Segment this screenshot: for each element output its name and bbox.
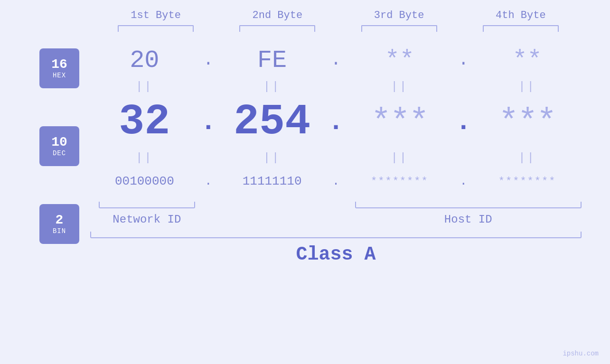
dec-byte1: 32: [90, 101, 199, 143]
byte4-header: 4th Byte: [460, 9, 582, 21]
main-container: 1st Byte 2nd Byte 3rd Byte 4th Byte 16 H…: [0, 0, 610, 364]
hex-byte2: FE: [218, 47, 327, 75]
network-id-label: Network ID: [113, 213, 181, 226]
hex-byte4: **: [473, 47, 582, 75]
equals-4: ||: [473, 80, 582, 93]
dec-byte4-value: ***: [499, 103, 556, 141]
hex-data-row: 20 . FE . ** . **: [90, 41, 582, 79]
badges-column: 16 HEX 10 DEC 2 BIN: [28, 41, 90, 244]
dec-byte3: ***: [346, 103, 454, 141]
bracket-dot-spacer2: [336, 202, 355, 208]
dec-dot2: .: [327, 109, 346, 135]
equals-7: ||: [346, 151, 454, 164]
dec-badge-label: DEC: [53, 149, 66, 157]
host-bracket-wrap: [223, 202, 336, 208]
bottom-labels: Network ID Host ID: [90, 213, 582, 226]
host-bracket-main-wrap: [355, 202, 582, 208]
bin-byte1-value: 00100000: [115, 174, 174, 188]
hex-badge-label: HEX: [53, 72, 66, 79]
host-bracket-left-gap: [273, 202, 285, 208]
hex-byte1-value: 20: [130, 47, 159, 75]
equals-row-2: || || || ||: [90, 150, 582, 165]
hex-badge-number: 16: [51, 57, 67, 72]
bin-badge-number: 2: [56, 213, 64, 228]
bin-byte4: ********: [473, 176, 582, 187]
dec-badge: 10 DEC: [39, 126, 79, 166]
bin-data-row: 00100000 . 11111110 . ******** .: [90, 165, 582, 198]
hex-byte2-value: FE: [257, 47, 287, 75]
bracket-3: [338, 25, 460, 32]
dec-byte4: ***: [473, 103, 582, 141]
equals-row-1: || || || ||: [90, 79, 582, 93]
hex-byte4-value: **: [512, 47, 542, 75]
bin-byte2: 11111110: [218, 174, 327, 188]
main-data-area: 16 HEX 10 DEC 2 BIN 20 .: [28, 41, 582, 265]
class-label-row: Class A: [90, 244, 582, 265]
dec-badge-number: 10: [51, 135, 67, 150]
bin-byte2-value: 11111110: [243, 174, 302, 188]
bin-dot3: .: [454, 174, 473, 188]
bin-dot2: .: [327, 174, 346, 188]
network-id-label-wrap: Network ID: [90, 213, 204, 226]
bin-byte1: 00100000: [90, 174, 199, 188]
bin-byte4-value: ********: [498, 176, 556, 187]
equals-2: ||: [218, 80, 327, 93]
hex-badge: 16 HEX: [39, 48, 79, 88]
hex-dot3: .: [454, 52, 473, 69]
hex-dot2: .: [327, 52, 346, 69]
top-brackets-row: [28, 25, 582, 32]
hex-byte1: 20: [90, 47, 199, 75]
overall-bottom-bracket: [90, 232, 582, 238]
bottom-section: Network ID Host ID Class A: [90, 202, 582, 265]
bracket-4: [460, 25, 582, 32]
byte-headers-row: 1st Byte 2nd Byte 3rd Byte 4th Byte: [28, 9, 582, 21]
bin-badge: 2 BIN: [39, 204, 79, 244]
hex-byte3: **: [346, 47, 454, 75]
dec-dot1: .: [199, 109, 218, 135]
bracket-2: [216, 25, 338, 32]
dec-data-row: 32 . 254 . *** . ***: [90, 93, 582, 150]
dec-byte1-value: 32: [119, 98, 170, 146]
host-id-label-wrap: Host ID: [355, 213, 582, 226]
bottom-brackets: [90, 202, 582, 208]
dec-byte3-value: ***: [371, 103, 428, 141]
hex-byte3-value: **: [385, 47, 414, 75]
network-bottom-bracket: [99, 202, 195, 208]
bin-byte3: ********: [346, 176, 454, 187]
dec-byte2: 254: [218, 101, 327, 143]
byte1-header: 1st Byte: [95, 9, 216, 21]
bracket-dot-spacer: [204, 202, 223, 208]
equals-8: ||: [473, 151, 582, 164]
hex-dot1: .: [199, 52, 218, 69]
network-bracket-wrap: [90, 202, 204, 208]
equals-6: ||: [218, 151, 327, 164]
byte3-header: 3rd Byte: [338, 9, 460, 21]
data-rows-column: 20 . FE . ** . **: [90, 41, 582, 265]
bracket-1: [95, 25, 216, 32]
equals-3: ||: [346, 80, 454, 93]
equals-1: ||: [90, 80, 199, 93]
bin-byte3-value: ********: [371, 176, 429, 187]
watermark: ipshu.com: [563, 350, 599, 357]
dec-byte2-value: 254: [234, 98, 310, 146]
host-id-label: Host ID: [444, 213, 492, 226]
bin-dot1: .: [199, 174, 218, 188]
equals-5: ||: [90, 151, 199, 164]
host-bottom-bracket: [355, 202, 582, 208]
bin-badge-label: BIN: [53, 227, 66, 235]
dec-dot3: .: [454, 109, 473, 135]
byte2-header: 2nd Byte: [216, 9, 338, 21]
class-label: Class A: [296, 244, 375, 265]
